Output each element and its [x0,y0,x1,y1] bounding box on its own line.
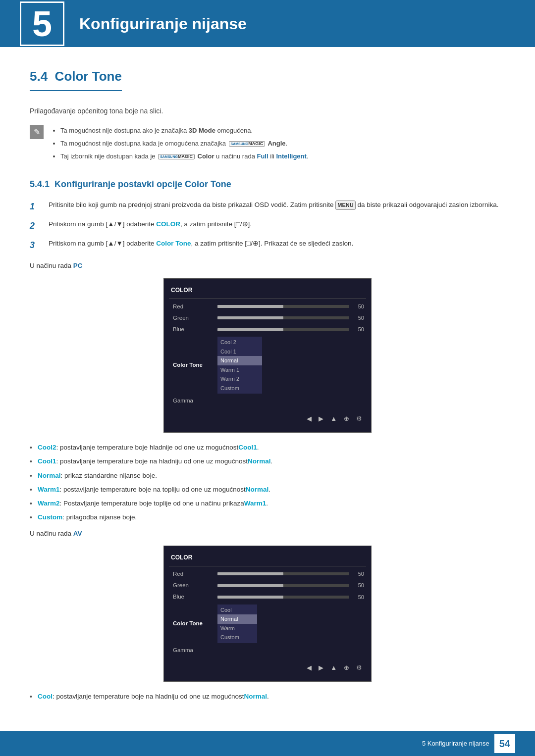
osd-pc-screen: COLOR Red 50 Green 50 Blue [163,278,372,433]
footer-page-number: 54 [494,734,515,753]
osd-pc-container: COLOR Red 50 Green 50 Blue [30,278,505,433]
bullet-custom: Custom: prilagodba nijanse boje. [30,512,505,522]
footer-chapter-text: 5 Konfiguriranje nijanse [422,739,489,749]
osd-av-container: COLOR Red 50 Green 50 Blue [30,546,505,682]
osd-row-colortone-pc: Color Tone Cool 2 Cool 1 Normal Warm 1 W… [169,335,366,395]
bullet-cool-av: Cool: postavljanje temperature boje na h… [30,692,505,702]
osd-row-gamma-av: Gamma [169,645,366,656]
osd-icon-right: ▶ [319,414,323,424]
av-mode-label: U načinu rada AV [30,529,505,539]
main-content: 5.4 Color Tone Prilagođavanje općenitog … [0,47,535,748]
step-2: 2 Pritiskom na gumb [▲/▼] odaberite COLO… [30,219,505,233]
note-item-3: Taj izbornik nije dostupan kada je SAMSU… [60,151,309,162]
bullet-cool2: Cool2: postavljanje temperature boje hla… [30,443,505,453]
osd-row-blue: Blue 50 [169,324,366,335]
osd-pc-bottom-bar: ◀ ▶ ▲ ⊕ ⚙ [169,411,366,424]
header-banner: 5 Konfiguriranje nijanse [0,0,535,47]
osd-row-gamma-pc: Gamma [169,395,366,406]
bullet-warm2: Warm2: Postavljanje temperature boje top… [30,499,505,508]
pencil-icon [30,125,44,139]
osd-pc-title: COLOR [169,286,366,295]
header-title: Konfiguriranje nijanse [79,12,247,36]
osd-dropdown-pc: Cool 2 Cool 1 Normal Warm 1 Warm 2 Custo… [217,337,262,394]
osd-dropdown-av: Cool Normal Warm Custom [217,605,257,643]
osd-av-row-blue: Blue 50 [169,591,366,603]
osd-av-icon-right: ▶ [319,663,323,673]
osd-av-icon-enter: ⊕ [344,663,349,673]
bullet-warm1: Warm1: postavljanje temperature boje na … [30,485,505,495]
note-item-2: Ta mogućnost nije dostupna kada je omogu… [60,138,309,149]
pc-bullet-list: Cool2: postavljanje temperature boje hla… [30,443,505,523]
osd-av-row-red: Red 50 [169,568,366,580]
osd-row-red: Red 50 [169,301,366,312]
pc-mode-label: U načinu rada PC [30,261,505,271]
section-heading-container: 5.4 Color Tone [30,67,505,103]
osd-row-green: Green 50 [169,312,366,324]
section-heading: 5.4 Color Tone [30,67,122,91]
subsection-heading: 5.4.1 Konfiguriranje postavki opcije Col… [30,178,505,191]
step-1: 1 Pritisnite bilo koji gumb na prednjoj … [30,200,505,213]
step-3: 3 Pritiskom na gumb [▲/▼] odaberite Colo… [30,239,505,252]
osd-icon-settings: ⚙ [356,414,362,424]
osd-icon-left: ◀ [307,414,312,424]
osd-icon-up: ▲ [330,414,337,424]
note-box: Ta mogućnost nije dostupna ako je značaj… [30,125,505,164]
chapter-number: 5 [20,1,64,46]
osd-av-icon-left: ◀ [307,663,312,673]
osd-row-colortone-av: Color Tone Cool Normal Warm Custom [169,603,366,645]
osd-av-title: COLOR [169,553,366,562]
steps-container: 1 Pritisnite bilo koji gumb na prednjoj … [30,200,505,252]
footer: 5 Konfiguriranje nijanse 54 [0,731,535,756]
note-lines: Ta mogućnost nije dostupna ako je značaj… [52,125,309,164]
osd-av-icon-settings: ⚙ [356,663,362,673]
osd-av-icon-up: ▲ [330,663,337,673]
osd-icon-enter: ⊕ [344,414,349,424]
osd-av-row-green: Green 50 [169,580,366,591]
bullet-normal: Normal: prikaz standardne nijanse boje. [30,471,505,481]
osd-av-bottom-bar: ◀ ▶ ▲ ⊕ ⚙ [169,660,366,673]
note-item-1: Ta mogućnost nije dostupna ako je značaj… [60,125,309,136]
av-bullet-list: Cool: postavljanje temperature boje na h… [30,692,505,702]
osd-av-screen: COLOR Red 50 Green 50 Blue [163,546,372,682]
section-intro: Prilagođavanje općenitog tona boje na sl… [30,106,505,116]
bullet-cool1: Cool1: postavljanje temperature boje na … [30,456,505,466]
